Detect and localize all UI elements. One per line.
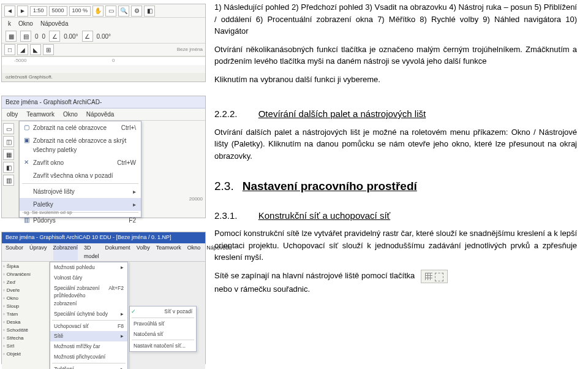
prev-view-icon: ◄ bbox=[4, 6, 15, 17]
toolbar-i1-icon: □ bbox=[4, 44, 15, 55]
side-i5-icon: ▥ bbox=[3, 175, 14, 186]
fullscreen-hide-icon: ▣ bbox=[22, 135, 31, 144]
heading-222-title: Otevírání dalších palet a nástrojových l… bbox=[258, 108, 426, 119]
okno-menu: ▢Zobrazit na celé obrazovceCtrl+\ ▣Zobra… bbox=[19, 121, 141, 218]
grid-paragraph: Pomocí konstrukční sítě lze vytvářet pra… bbox=[214, 227, 577, 264]
mi-fullscreen-hide: Zobrazit na celé obrazovce a skrýt všech… bbox=[33, 136, 136, 154]
dropdown-item: Volnost čáry bbox=[50, 273, 127, 283]
navigator-icon: ◧ bbox=[144, 6, 155, 17]
menubar-item: Teamwork bbox=[156, 244, 181, 261]
menubar-item: Úpravy bbox=[29, 244, 47, 261]
grid-toggle-paragraph: Sítě se zapínají na hlavní nástrojové li… bbox=[214, 270, 577, 295]
floorplan-icon: ▥ bbox=[22, 215, 31, 224]
click-select-paragraph: Kliknutím na vybranou další funkci ji vy… bbox=[214, 74, 577, 86]
toolbox-item: ▫Trám bbox=[3, 311, 48, 318]
toolbox-item: ▫Sloup bbox=[3, 303, 48, 310]
submenu-item: Natočená síť bbox=[130, 329, 196, 340]
toolbox-item: ▫Okno bbox=[3, 295, 48, 302]
heading-231-title: Konstrukční síť a uchopovací síť bbox=[258, 210, 391, 221]
toolbox-item: ▫Objekt bbox=[3, 351, 48, 358]
grid-toggle-line1: Sítě se zapínají na hlavní nástrojové li… bbox=[214, 271, 415, 280]
quickopt-icon: ⚙ bbox=[131, 6, 142, 17]
tab-okno: Okno bbox=[63, 110, 78, 119]
dropdown-item: Zvětšení▸ bbox=[50, 364, 127, 370]
chevron-right-icon: ▸ bbox=[133, 200, 136, 209]
menubar-item: Nápověda bbox=[206, 244, 232, 261]
heading-222-num: 2.2.2. bbox=[214, 108, 238, 119]
submenu-item: ✓Síť v pozadí bbox=[130, 306, 196, 317]
toolbar-i2-icon: ◢ bbox=[17, 44, 28, 55]
chevron-right-icon: ▸ bbox=[133, 187, 136, 196]
footer-text: sg. Se svolením od sp bbox=[24, 209, 72, 216]
deg-a: 0.00° bbox=[64, 32, 78, 41]
toolbox: ▫Šipka▫Ohraničení▫Zeď▫Dveře▫Okno▫Sloup▫T… bbox=[2, 262, 50, 369]
grid-toggle-line2: nebo v rámečku souřadnic. bbox=[214, 284, 310, 294]
menu-k: k bbox=[8, 19, 11, 28]
hand-tool-icon: ✋ bbox=[92, 6, 104, 17]
fit-screen-icon: ▭ bbox=[105, 6, 116, 17]
side-i4-icon: ◧ bbox=[3, 162, 14, 173]
dropdown-item: Sítě▸ bbox=[50, 331, 127, 341]
app-window-screenshot: Beze jména - Graphisoft ArchiCAD 10 EDU … bbox=[1, 232, 206, 364]
multi-fn-paragraph: Otvírání několikanásobných funkcí tlačít… bbox=[214, 44, 577, 67]
scale-field: 1:50 bbox=[30, 6, 47, 16]
zoom-in-icon: 🔍 bbox=[118, 6, 129, 17]
submenu-item: Pravoúhlá síť bbox=[130, 319, 196, 329]
side-i3-icon: ▦ bbox=[3, 149, 14, 160]
site-submenu: ✓Síť v pozadíPravoúhlá síťNatočená síťNa… bbox=[129, 306, 197, 352]
zobrazeni-dropdown: Možnosti pohledu▸Volnost čárySpeciální z… bbox=[50, 262, 128, 369]
tab-teamwork: Teamwork bbox=[26, 110, 55, 119]
heading-231-num: 2.3.1. bbox=[214, 210, 238, 221]
mi-toolbars: Nástrojové lišty bbox=[33, 187, 75, 196]
menubar-item: Volby bbox=[137, 244, 150, 261]
dropdown-item: Možnosti pohledu▸ bbox=[50, 262, 127, 273]
ruler-tick-b: 0 bbox=[112, 57, 115, 64]
grid-toggle-icon bbox=[421, 270, 448, 283]
titlebar: Beze jména - Graphisoft ArchiCAD- bbox=[2, 96, 205, 108]
toolbar-enum-paragraph: 1) Následující pohled 2) Předchozí pohle… bbox=[214, 1, 577, 37]
dropdown-item: Speciální zobrazení průhledového zobraze… bbox=[50, 283, 127, 309]
menubar-item: Zobrazení bbox=[53, 244, 78, 261]
heading-222: 2.2.2. Otevírání dalších palet a nástroj… bbox=[214, 107, 577, 121]
toolbox-item: ▫Zeď bbox=[3, 279, 48, 286]
palettes-paragraph: Otvírání dalších palet a nástrojových li… bbox=[214, 126, 577, 162]
mi-close-bg: Zavřít všechna okna v pozadí bbox=[33, 171, 113, 180]
menubar-item: Okno bbox=[187, 244, 201, 261]
heading-23-title: Nastavení pracovního prostředí bbox=[243, 178, 417, 196]
next-view-icon: ► bbox=[17, 6, 28, 17]
titlebar3: Beze jména - Graphisoft ArchiCAD 10 EDU … bbox=[2, 232, 205, 243]
dropdown-item: Uchopovací síťF8 bbox=[50, 321, 127, 332]
dropdown-item: Možnosti mřížky čar bbox=[50, 341, 127, 352]
menubar-item: Soubor bbox=[6, 244, 23, 261]
window-menu-screenshot: Beze jména - Graphisoft ArchiCAD- olby T… bbox=[1, 96, 206, 218]
ribbon-label: Beze jména bbox=[177, 46, 203, 53]
close-window-icon: ✕ bbox=[22, 158, 31, 166]
ruler: -5000 0 bbox=[2, 56, 205, 65]
submenu-item: Nastavit natočení síť... bbox=[130, 341, 196, 351]
tab-napoveda: Nápověda bbox=[86, 110, 115, 119]
toolbar-i3-icon: ◣ bbox=[30, 44, 41, 55]
mi-close-sc: Ctrl+W bbox=[117, 158, 136, 167]
heading-23: 2.3. Nastavení pracovního prostředí bbox=[214, 178, 577, 196]
side-i1-icon: ▭ bbox=[3, 123, 14, 134]
side-i2-icon: ◫ bbox=[3, 136, 14, 147]
menu-napoveda: Nápověda bbox=[40, 19, 69, 28]
ctrl-b-icon: ▤ bbox=[20, 31, 31, 42]
ruler-tick-a: -5000 bbox=[14, 57, 26, 64]
percent-field: 100 % bbox=[69, 6, 91, 16]
coord0a: 0 bbox=[35, 32, 39, 41]
mi-fullscreen: Zobrazit na celé obrazovce bbox=[33, 123, 107, 132]
toolbox-item: ▫Střecha bbox=[3, 335, 48, 342]
ctrl-a-icon: ▦ bbox=[6, 31, 17, 42]
menubar: SouborÚpravyZobrazení3D modelDokumentVol… bbox=[2, 243, 205, 262]
deg-b: 0.00° bbox=[97, 32, 111, 41]
toolbox-item: ▫Dveře bbox=[3, 287, 48, 294]
toolbox-item: ▫Síťl bbox=[3, 343, 48, 350]
mi-floorplan-sc: F2 bbox=[129, 216, 136, 225]
dropdown-item: Možnosti přichycování bbox=[50, 352, 127, 362]
toolbox-item: ▫Schodiště bbox=[3, 327, 48, 334]
dropdown-item: Speciální úchytné body▸ bbox=[50, 309, 127, 319]
fullscreen-icon: ▢ bbox=[22, 123, 31, 131]
tab-olby: olby bbox=[7, 110, 18, 119]
ruler2: 20000 bbox=[189, 196, 203, 203]
